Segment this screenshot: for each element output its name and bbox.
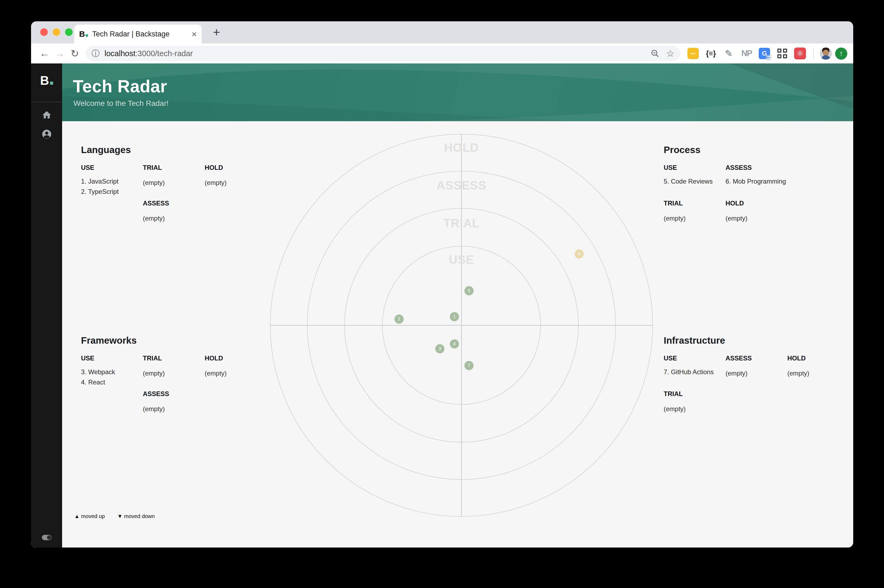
theme-toggle[interactable] (42, 535, 52, 540)
section-heading-trial: TRIAL (664, 390, 725, 398)
site-info-icon[interactable]: ⓘ (92, 48, 100, 59)
browser-toolbar: ← → ↻ ⓘ localhost:3000/tech-radar ☆ ••• … (31, 44, 853, 63)
radar-entry[interactable]: 2. TypeScript (81, 186, 143, 197)
reload-button[interactable]: ↻ (67, 46, 83, 61)
back-button[interactable]: ← (37, 46, 52, 61)
profile-avatar[interactable] (820, 48, 832, 60)
moved-down-legend: ▼ moved down (117, 513, 155, 519)
section-heading-use: USE (664, 164, 725, 171)
section-heading-trial: TRIAL (143, 354, 205, 362)
radar-blip-javascript[interactable]: 1 (450, 312, 459, 321)
browser-tab[interactable]: B Tech Radar | Backstage × (74, 25, 202, 44)
page-subtitle: Welcome to the Tech Radar! (74, 99, 168, 108)
browser-window: B Tech Radar | Backstage × + ← → ↻ ⓘ loc… (31, 21, 853, 548)
empty-state: (empty) (143, 370, 205, 377)
address-bar[interactable]: ⓘ localhost:3000/tech-radar ☆ (86, 46, 680, 61)
empty-state: (empty) (725, 214, 787, 222)
radar-blip-typescript[interactable]: 2 (395, 315, 404, 324)
ring-label-trial: TRIAL (443, 216, 480, 230)
tab-strip: B Tech Radar | Backstage × + (31, 21, 853, 44)
radar-blip-github-actions[interactable]: 7 (464, 361, 474, 370)
toolbar-divider (813, 48, 814, 59)
section-heading-hold: HOLD (787, 354, 849, 362)
page-header: Tech Radar Welcome to the Tech Radar! (62, 63, 853, 121)
np-extension-icon[interactable]: NP (739, 46, 754, 61)
grid-extension-icon[interactable] (775, 46, 789, 61)
sidebar-item-home[interactable] (31, 110, 62, 120)
radar-entry[interactable]: 4. React (81, 377, 143, 387)
radar-blip-react[interactable]: 4 (450, 339, 459, 348)
radar-entry[interactable]: 7. GitHub Actions (664, 367, 725, 377)
sidebar-divider (31, 102, 62, 102)
extensions-row: ••• {≡} ✎ NP G ⚛ ↑ (686, 46, 847, 61)
movement-legend: ▲ moved up ▼ moved down (74, 513, 155, 519)
quadrant-title: Languages (81, 144, 270, 155)
radar-entry[interactable]: 5. Code Reviews (664, 176, 725, 186)
quadrant-frameworks: Frameworks USE 3. Webpack 4. React TRIAL… (81, 335, 270, 413)
empty-state: (empty) (664, 405, 725, 413)
section-heading-assess: ASSESS (143, 200, 205, 207)
quadrant-process: Process USE 5. Code Reviews TRIAL (empty… (664, 144, 852, 222)
browser-update-icon[interactable]: ↑ (835, 48, 847, 60)
section-heading-hold: HOLD (725, 200, 787, 207)
quadrant-languages: Languages USE 1. JavaScript 2. TypeScrip… (81, 144, 270, 222)
translate-extension-icon[interactable]: G (757, 46, 772, 61)
ring-label-hold: HOLD (444, 141, 479, 154)
radar-entry[interactable]: 3. Webpack (81, 367, 143, 377)
bookmark-star-icon[interactable]: ☆ (666, 48, 674, 59)
password-manager-extension-icon[interactable]: ••• (686, 46, 700, 61)
sidebar-item-user-settings[interactable] (31, 129, 62, 140)
empty-state: (empty) (725, 370, 787, 377)
empty-state: (empty) (205, 370, 267, 377)
section-heading-use: USE (664, 354, 725, 362)
radar-entry[interactable]: 6. Mob Programming (725, 176, 787, 186)
empty-state: (empty) (143, 179, 205, 186)
header-wave-decoration (62, 63, 853, 121)
close-tab-icon[interactable]: × (191, 29, 197, 39)
section-heading-use: USE (81, 354, 143, 362)
react-devtools-extension-icon[interactable]: ⚛ (793, 46, 807, 61)
section-heading-use: USE (81, 164, 143, 171)
quadrant-title: Infrastructure (664, 335, 852, 346)
radar-blip-code-reviews[interactable]: 5 (464, 286, 474, 296)
section-heading-trial: TRIAL (664, 200, 725, 207)
tech-radar-content: HOLD ASSESS TRIAL USE 1 2 3 4 5 6 7 Lang… (62, 121, 853, 548)
tab-title: Tech Radar | Backstage (92, 30, 188, 38)
ring-label-use: USE (449, 253, 474, 267)
logo-dot (50, 81, 53, 85)
radar-blip-mob-programming[interactable]: 6 (575, 249, 584, 259)
section-heading-assess: ASSESS (725, 354, 787, 362)
traffic-lights (40, 28, 73, 36)
radar-blip-webpack[interactable]: 3 (435, 344, 444, 353)
empty-state: (empty) (664, 214, 725, 222)
backstage-logo[interactable]: B (31, 73, 62, 88)
section-heading-hold: HOLD (205, 354, 267, 362)
json-formatter-extension-icon[interactable]: {≡} (704, 46, 718, 61)
section-heading-assess: ASSESS (143, 390, 205, 398)
section-heading-trial: TRIAL (143, 164, 205, 171)
sidebar: B (31, 63, 62, 548)
empty-state: (empty) (787, 370, 849, 377)
url-text: localhost:3000/tech-radar (105, 49, 644, 58)
empty-state: (empty) (143, 405, 205, 413)
minimize-window-button[interactable] (53, 28, 60, 36)
empty-state: (empty) (143, 214, 205, 222)
section-heading-assess: ASSESS (725, 164, 787, 171)
backstage-page: B Tech Radar (31, 63, 853, 548)
zoom-out-icon[interactable] (651, 49, 659, 58)
ring-label-assess: ASSESS (437, 179, 486, 192)
notes-extension-icon[interactable]: ✎ (722, 46, 736, 61)
close-window-button[interactable] (40, 28, 48, 36)
empty-state: (empty) (205, 179, 267, 186)
quadrant-title: Process (664, 144, 852, 155)
radar-entry[interactable]: 1. JavaScript (81, 176, 143, 186)
backstage-favicon-icon: B (79, 29, 88, 39)
moved-up-legend: ▲ moved up (74, 513, 105, 519)
page-title: Tech Radar (73, 76, 167, 96)
quadrant-infrastructure: Infrastructure USE 7. GitHub Actions TRI… (664, 335, 852, 413)
quadrant-title: Frameworks (81, 335, 270, 346)
forward-button[interactable]: → (52, 46, 67, 61)
section-heading-hold: HOLD (205, 164, 267, 171)
new-tab-button[interactable]: + (208, 24, 225, 41)
zoom-window-button[interactable] (65, 28, 73, 36)
